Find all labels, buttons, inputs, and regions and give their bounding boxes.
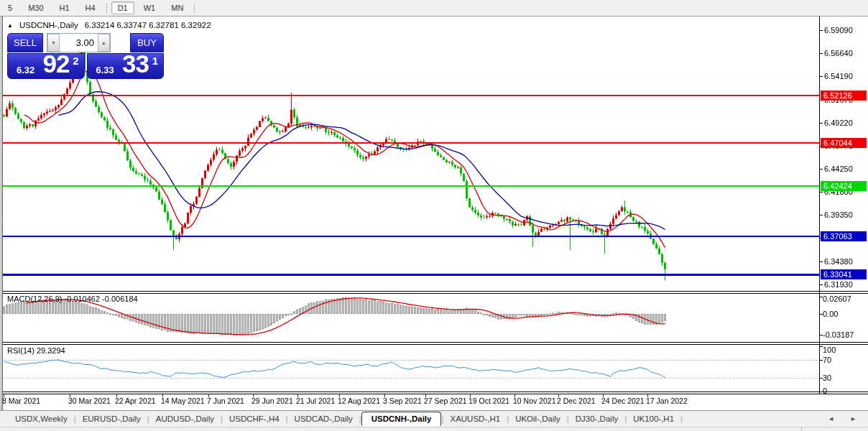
tab-scroll-left-icon[interactable]: ◄ [828, 415, 834, 422]
macd-indicator-label: MACD(12,26,9) -0.010462 -0.006184 [7, 295, 138, 303]
buy-quote-box[interactable]: 6.33 33 1 [87, 53, 165, 79]
chart-symbol-title: USDCNH-,Daily [19, 21, 78, 29]
price-axis-tick: 6.56640 [824, 49, 853, 58]
date-axis-label: 14 May 2021 [161, 397, 205, 405]
buy-price-big: 33 [122, 50, 149, 78]
date-axis-label: 27 Sep 2021 [424, 397, 467, 405]
buy-price-base: 6.33 [96, 65, 114, 75]
sell-price-big: 92 [43, 50, 70, 78]
date-axis-label: 22 Apr 2021 [115, 397, 156, 405]
timeframe-button-m30[interactable]: M30 [22, 1, 50, 14]
price-axis-tick: 6.39350 [824, 210, 853, 220]
price-line-badge[interactable]: 6.42424 [821, 181, 867, 191]
tab-separator: | [680, 414, 683, 423]
chart-tab-usdcad--daily[interactable]: USDCAD-,Daily [288, 412, 359, 425]
price-axis-tick: 6.44250 [824, 164, 853, 174]
chart-tab-usdx-weekly[interactable]: USDX,Weekly [9, 412, 74, 425]
timeframe-button-5[interactable]: 5 [1, 1, 19, 14]
price-line-badge[interactable]: 6.37063 [821, 231, 867, 241]
chart-tab-eurusd--daily[interactable]: EURUSD-,Daily [76, 412, 147, 425]
chart-title-row: ▲ USDCNH-,Daily 6.33214 6.33747 6.32781 … [7, 21, 211, 29]
price-line-badge[interactable]: 6.52126 [821, 91, 867, 101]
buy-price-pip: 1 [152, 55, 158, 67]
macd-axis-tick: -0.03187 [823, 330, 854, 340]
chart-tab-uk100--h1[interactable]: UK100-,H1 [627, 412, 680, 425]
rsi-axis-tick: 70 [823, 356, 831, 365]
timeframe-button-h4[interactable]: H4 [79, 1, 102, 14]
sell-quote-box[interactable]: 6.32 92 2 [7, 53, 85, 79]
date-axis-label: 19 Oct 2021 [468, 397, 509, 405]
collapse-chart-icon[interactable]: ▲ [7, 22, 13, 29]
toolbar-separator [106, 3, 107, 14]
sell-price-pip: 2 [73, 55, 78, 67]
timeframe-button-mn[interactable]: MN [165, 1, 190, 14]
macd-axis-tick: 0.00 [823, 310, 838, 319]
date-axis-label: 21 Jul 2021 [296, 397, 335, 405]
date-axis-label: 17 Jan 2022 [646, 397, 688, 405]
timeframe-button-w1[interactable]: W1 [137, 1, 162, 14]
price-axis-tick: 6.31930 [824, 280, 853, 289]
chart-tab-xauusd--h1[interactable]: XAUUSD-,H1 [443, 412, 507, 425]
volume-up-button[interactable]: ▲ [98, 34, 110, 52]
toolbar-separator [194, 3, 195, 14]
status-bar [0, 427, 868, 431]
chart-tab-audusd--daily[interactable]: AUDUSD-,Daily [149, 412, 221, 425]
chart-tab-usdcnh--daily[interactable]: USDCNH-,Daily [361, 412, 442, 426]
chart-tab-dj30--daily[interactable]: DJ30-,Daily [569, 412, 624, 425]
price-line-badge[interactable]: 6.33041 [821, 269, 867, 279]
date-axis-label: 8 Mar 2021 [2, 397, 40, 405]
timeframe-toolbar: 5M30H1H4D1W1MN [0, 0, 868, 17]
date-axis-label: 7 Jun 2021 [207, 397, 244, 405]
timeframe-button-d1[interactable]: D1 [111, 1, 134, 14]
rsi-indicator-label: RSI(14) 29.3294 [7, 346, 65, 355]
date-axis-label: 10 Nov 2021 [513, 397, 556, 405]
price-axis-tick: 6.54190 [824, 72, 853, 81]
price-axis-tick: 6.49220 [824, 119, 853, 128]
chart-tab-bar: USDX,Weekly|EURUSD-,Daily|AUDUSD-,Daily|… [0, 410, 868, 426]
trading-platform-window: 5M30H1H4D1W1MN ▲ USDCNH-,Daily 6.33214 6… [0, 0, 868, 431]
rsi-axis-tick: 0 [823, 386, 827, 396]
price-line-badge[interactable]: 6.47044 [821, 138, 867, 148]
date-axis-label: 24 Dec 2021 [601, 397, 645, 405]
date-axis-label: 12 Aug 2021 [338, 397, 380, 405]
one-click-trade-panel: SELL ▼ 3.00 ▲ BUY 6.32 92 2 6.33 33 1 [7, 33, 164, 79]
date-axis-label: 2 Dec 2021 [557, 397, 596, 405]
rsi-axis-tick: 30 [823, 374, 831, 383]
date-axis-label: 29 Jun 2021 [251, 397, 293, 405]
rsi-axis-tick: 100 [823, 346, 836, 355]
tab-scroll-right-icon[interactable]: ► [850, 415, 857, 422]
sell-price-base: 6.32 [17, 65, 34, 75]
date-axis-label: 3 Sep 2021 [383, 397, 422, 405]
chart-ohlc-values: 6.33214 6.33747 6.32781 6.32922 [85, 21, 211, 29]
chart-tab-ukoil--daily[interactable]: UKOil-,Daily [509, 412, 567, 425]
timeframe-button-h1[interactable]: H1 [53, 1, 76, 14]
price-axis-tick: 6.34380 [824, 257, 853, 267]
macd-axis-tick: 0.02607 [823, 295, 851, 304]
date-axis-label: 30 Mar 2021 [68, 397, 111, 405]
chart-tab-usdchf--h4[interactable]: USDCHF-,H4 [223, 412, 286, 425]
status-bar-divider [801, 427, 802, 431]
sell-button[interactable]: SELL [7, 33, 43, 52]
price-axis-tick: 6.59090 [824, 26, 853, 35]
